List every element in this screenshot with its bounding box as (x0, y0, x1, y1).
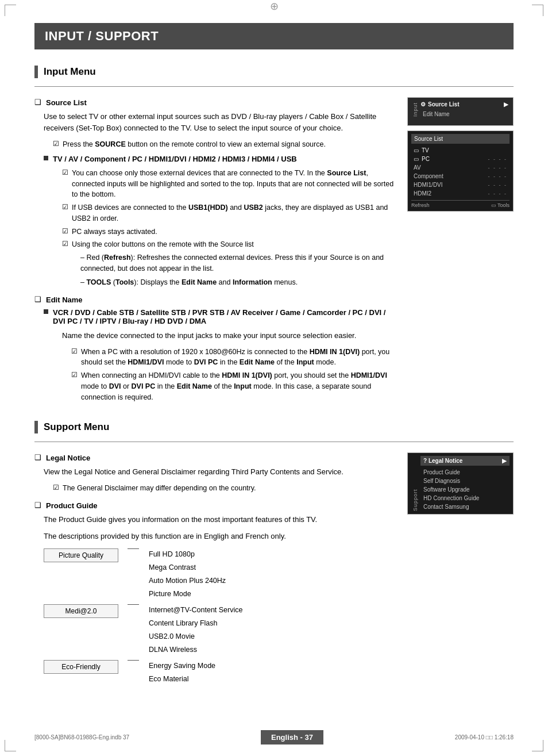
tv-icon: ▭ (414, 147, 419, 153)
product-guide-body: The Product Guide gives you information … (34, 514, 396, 685)
sl-item-av: AV - - - - (411, 163, 510, 172)
product-guide-desc2: The descriptions provided by this functi… (44, 531, 396, 543)
feature-mega: Mega Contrast (149, 562, 226, 573)
sl-item-pc: ▭ PC - - - - (411, 155, 510, 163)
support-menu-text: ❑ Legal Notice View the Legal Notice and… (34, 452, 396, 690)
support-screenshot-header: ? Legal Notice ▶ (420, 456, 510, 466)
pg-row-eco: Eco-Friendly Energy Saving Mode Eco (44, 660, 396, 685)
input-menu-header: Input Menu (34, 66, 514, 78)
support-menu-title: Support Menu (44, 421, 109, 433)
edit-note-1-text: When a PC with a resolution of 1920 x 10… (81, 347, 396, 369)
edit-note-1: ☑ When a PC with a resolution of 1920 x … (62, 347, 396, 369)
source-list-note: ☑ Press the SOURCE button on the remote … (44, 139, 396, 150)
supp-software-upgrade: Software Upgrade (420, 485, 510, 494)
input-menu-section: Input Menu ❑ Source List Use to select T… (34, 66, 514, 407)
screenshot-gear-icon: ⚙ (420, 101, 426, 108)
support-menu-body: ❑ Legal Notice View the Legal Notice and… (34, 452, 514, 690)
input-screenshots: Input ⚙ Source List ▶ Edit Name S (407, 97, 514, 407)
source-list-description: Use to select TV or other external input… (44, 111, 396, 135)
screenshot-menu-header: ⚙ Source List ▶ (420, 101, 508, 108)
feature-content: Content Library Flash (149, 617, 242, 629)
hdmi2-dots: - - - - (488, 191, 508, 197)
picture-quality-box: Picture Quality (44, 548, 118, 562)
legal-notice-heading-item: ❑ Legal Notice (34, 452, 396, 464)
footer-file-info: [8000-SA]BN68-01988G-Eng.indb 37 (34, 734, 129, 740)
page-title: INPUT / SUPPORT (34, 23, 514, 49)
product-guide-heading-item: ❑ Product Guide (34, 500, 396, 512)
product-guide-heading: Product Guide (46, 500, 98, 512)
feature-usb: USB2.0 Movie (149, 631, 242, 642)
section-bar (34, 66, 38, 78)
supp-self-diagnosis: Self Diagnosis (420, 477, 510, 485)
hdmi1dvi-dots: - - - - (488, 182, 508, 188)
source-note-2-text: If USB devices are connected to the USB1… (72, 202, 396, 224)
feature-internet: Internet@TV-Content Service (149, 604, 242, 616)
support-section-bar (34, 421, 38, 433)
source-note-3-text: PC always stays activated. (72, 227, 157, 237)
input-menu-screenshot: Input ⚙ Source List ▶ Edit Name (407, 97, 514, 126)
support-label: Support (411, 456, 418, 511)
edit-note-2-text: When connecting an HDMI/DVI cable to the… (81, 370, 396, 402)
source-note-4: ☑ Using the color buttons on the remote … (53, 239, 396, 250)
tv-av-bullet: TV / AV / Component / PC / HDMI1/DVI / H… (34, 155, 396, 163)
square-bullet-icon-2 (44, 309, 48, 314)
note-icon-1: ☑ (53, 140, 59, 148)
edit-name-heading: Edit Name (46, 294, 83, 306)
feature-picturemode: Picture Mode (149, 588, 226, 600)
component-dots: - - - - (488, 174, 508, 179)
feature-energy: Energy Saving Mode (149, 660, 215, 671)
feature-ecomaterial: Eco Material (149, 673, 215, 685)
sl-item-component: Component - - - - (411, 172, 510, 181)
crosshair-top-icon: ⊕ (270, 0, 279, 13)
support-icon: ? (423, 458, 427, 464)
vcr-dvd-bullet: VCR / DVD / Cable STB / Satellite STB / … (44, 308, 396, 325)
av-dots: - - - - (488, 165, 508, 171)
note-icon-5: ☑ (62, 240, 68, 248)
source-note-4-text: Using the color buttons on the remote wi… (72, 239, 254, 250)
edit-name-notes: ☑ When a PC with a resolution of 1920 x … (44, 347, 396, 403)
sl-item-hdmi2: HDMI2 - - - - (411, 189, 510, 198)
source-note-1: ☑ You can choose only those external dev… (53, 168, 396, 200)
feature-fullhd: Full HD 1080p (149, 548, 226, 560)
input-menu-text: ❑ Source List Use to select TV or other … (34, 97, 396, 407)
note-icon-4: ☑ (62, 227, 68, 235)
source-list-desc: Use to select TV or other external input… (34, 111, 396, 150)
dash-item-2: TOOLS (Tools): Displays the Edit Name an… (53, 277, 396, 288)
screenshot-edit-name: Edit Name (420, 110, 508, 118)
tools-label: ▭ Tools (491, 202, 510, 208)
note-icon-legal: ☑ (53, 483, 59, 492)
legal-notice-note-text: The General Disclaimer may differ depend… (63, 483, 256, 494)
corner-mark-tr (532, 5, 543, 16)
eco-box: Eco-Friendly (44, 660, 118, 674)
feature-automotion: Auto Motion Plus 240Hz (149, 575, 226, 586)
legal-notice-item: Legal Notice (429, 458, 462, 464)
source-list-footer: Refresh ▭ Tools (411, 200, 510, 208)
note-icon-6: ☑ (71, 347, 78, 355)
edit-name-description: Name the device connected to the input j… (44, 330, 396, 342)
checkbox-icon-product: ❑ (34, 501, 41, 509)
source-list-heading-item: ❑ Source List (34, 97, 396, 109)
source-note-3: ☑ PC always stays activated. (53, 227, 396, 237)
support-section-divider (34, 442, 514, 442)
product-guide-desc1: The Product Guide gives you information … (44, 514, 396, 526)
pc-dots: - - - - (488, 156, 508, 162)
legal-notice-body: View the Legal Notice and General Discla… (34, 466, 396, 494)
page-footer: [8000-SA]BN68-01988G-Eng.indb 37 English… (0, 730, 548, 745)
dash-item-1: Red (Refresh): Refreshes the connected e… (53, 252, 396, 274)
supp-contact-samsung: Contact Samsung (420, 502, 510, 511)
source-list-screenshot-header: Source List (411, 134, 510, 144)
legal-notice-desc: View the Legal Notice and General Discla… (44, 466, 396, 478)
sl-item-hdmi1dvi: HDMI1/DVI - - - - (411, 181, 510, 189)
support-screenshot-area: Support ? Legal Notice ▶ Product Guide S… (407, 452, 514, 690)
note-icon-3: ☑ (62, 203, 68, 211)
input-menu-body: ❑ Source List Use to select TV or other … (34, 97, 514, 407)
pg-category-medi: Medi@2.0 (44, 604, 118, 618)
support-menu-section: Support Menu ❑ Legal Notice View the Leg… (34, 421, 514, 690)
source-list-heading: Source List (46, 97, 87, 109)
section-divider (34, 86, 514, 87)
source-list-screenshot: Source List ▭ TV ▭ PC - - - - AV - - - - (407, 131, 514, 212)
source-note-2: ☑ If USB devices are connected to the US… (53, 202, 396, 224)
medi-box: Medi@2.0 (44, 604, 118, 618)
tv-av-heading: TV / AV / Component / PC / HDMI1/DVI / H… (53, 155, 297, 163)
pg-features-medi: Internet@TV-Content Service Content Libr… (149, 604, 242, 655)
